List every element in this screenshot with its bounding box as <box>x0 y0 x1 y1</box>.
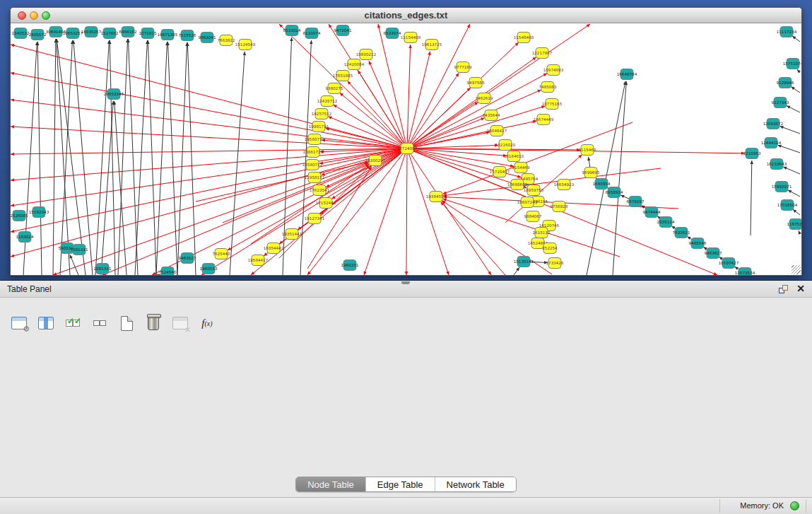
delete-column-icon[interactable] <box>144 314 163 332</box>
network-node[interactable]: 9129946 <box>777 78 794 88</box>
network-node[interactable]: 1167533 <box>787 219 801 230</box>
table-mode-icon[interactable]: ⚙ <box>10 314 28 332</box>
network-node[interactable]: 2081331 <box>94 264 112 274</box>
network-node[interactable]: 18164610 <box>504 151 524 162</box>
network-node[interactable]: 9465546 <box>689 238 707 249</box>
network-node[interactable]: 9474444 <box>643 207 661 218</box>
network-node[interactable]: 29053346 <box>104 89 124 100</box>
network-node[interactable]: 16674449 <box>534 115 554 125</box>
edge-arrowhead-icon <box>11 178 14 181</box>
network-node[interactable]: 1527602 <box>101 28 119 39</box>
network-canvas[interactable]: 1340532240557230691406106532571603525715… <box>11 23 801 275</box>
network-node[interactable]: 18775165 <box>542 99 563 110</box>
network-node[interactable]: 8533024 <box>283 25 301 36</box>
network-node[interactable]: 1640954 <box>593 179 611 189</box>
network-node[interactable]: 19384554 <box>426 192 447 202</box>
network-node[interactable]: 1960331 <box>341 260 359 271</box>
network-node[interactable]: 13216020 <box>495 140 516 151</box>
network-node[interactable]: 9699695 <box>582 168 600 178</box>
float-panel-icon[interactable] <box>779 285 788 293</box>
network-node[interactable]: 11548408 <box>514 33 534 43</box>
network-node[interactable]: 1615132 <box>533 228 551 238</box>
tab-edge-table[interactable]: Edge Table <box>366 477 435 491</box>
table-panel-titlebar[interactable]: Table Panel ✕ <box>0 281 812 298</box>
select-all-icon[interactable] <box>64 314 82 332</box>
network-node[interactable]: 8958924 <box>606 187 623 198</box>
network-node[interactable]: 7462619 <box>476 93 493 104</box>
tab-network-table[interactable]: Network Table <box>435 477 516 491</box>
network-node[interactable]: 6879197 <box>627 197 645 207</box>
network-node[interactable]: 9154469 <box>512 163 530 173</box>
network-node[interactable]: 11958171 <box>305 173 325 183</box>
network-node[interactable]: 12435712 <box>317 96 337 107</box>
network-node[interactable]: 16035257 <box>81 27 102 37</box>
network-node[interactable]: 1960533 <box>200 264 218 274</box>
edge-arrowhead-icon <box>488 271 491 275</box>
network-node[interactable]: 19584417 <box>248 255 269 266</box>
network-node[interactable]: 2405572 <box>29 30 47 40</box>
network-node[interactable]: 19613725 <box>422 40 442 50</box>
network-node[interactable]: 16648784 <box>617 69 637 80</box>
network-node[interactable]: 9863041 <box>199 33 216 43</box>
network-node[interactable]: 17152441 <box>316 198 336 209</box>
show-column-icon[interactable] <box>37 314 55 332</box>
network-node[interactable]: 8133074 <box>303 28 321 39</box>
row-height-icon[interactable] <box>90 314 109 332</box>
network-node[interactable]: 9227343 <box>772 98 789 108</box>
new-column-icon[interactable] <box>117 314 136 332</box>
network-node[interactable]: 9115460 <box>579 145 596 156</box>
network-node[interactable]: 2435644 <box>483 110 500 121</box>
network-node[interactable]: 15751074 <box>783 59 801 69</box>
network-node[interactable]: 11154408 <box>401 33 421 43</box>
network-node[interactable]: 12420084 <box>344 59 365 70</box>
network-node[interactable]: 11117234 <box>777 27 797 37</box>
network-node[interactable]: 16046427 <box>487 126 507 136</box>
network-node[interactable]: 9463627 <box>705 248 722 259</box>
network-node[interactable]: 7081331 <box>71 245 88 255</box>
network-node[interactable]: 12444194 <box>761 138 782 148</box>
panel-divider-grip[interactable] <box>401 281 410 284</box>
network-node[interactable]: 9756928 <box>551 201 568 212</box>
network-node[interactable]: 7625440 <box>213 249 230 259</box>
network-node[interactable]: 17016504 <box>777 200 798 211</box>
network-node[interactable]: 9884067 <box>524 211 542 222</box>
network-node[interactable]: 252254 <box>542 243 558 254</box>
network-node[interactable]: 9463527 <box>179 253 196 264</box>
network-node[interactable]: 7524540 <box>159 267 177 276</box>
function-builder-icon[interactable]: f(x) <box>198 314 216 332</box>
network-node[interactable]: 1733426 <box>546 258 564 269</box>
close-panel-icon[interactable]: ✕ <box>796 283 805 294</box>
network-node[interactable]: 15135141 <box>514 257 534 267</box>
network-node[interactable]: 9777169 <box>454 62 472 73</box>
network-node[interactable]: 16654923 <box>554 180 575 190</box>
network-window-titlebar[interactable]: citations_edges.txt <box>11 8 801 23</box>
network-node[interactable]: 1071915 <box>139 28 157 39</box>
network-node[interactable]: 2526085 <box>11 211 28 221</box>
tab-node-table[interactable]: Node Table <box>296 477 366 491</box>
network-node[interactable]: 7632621 <box>673 228 690 238</box>
node-label: 10107427 <box>719 261 739 265</box>
network-node[interactable]: 1340532 <box>12 28 30 39</box>
network-node[interactable]: 8533074 <box>384 28 401 39</box>
network-node[interactable]: 9472041 <box>334 25 352 36</box>
network-node[interactable]: 1183024 <box>16 232 34 243</box>
network-node[interactable]: 2935114 <box>657 217 675 228</box>
network-node[interactable]: 7663822 <box>218 35 235 46</box>
network-node[interactable]: 14257512 <box>312 109 331 119</box>
network-node[interactable]: 6466162 <box>119 27 137 37</box>
network-node[interactable]: 7485083 <box>539 82 557 93</box>
network-node[interactable]: 7515526 <box>179 30 196 41</box>
network-node[interactable]: 16354441 <box>264 243 284 254</box>
network-node[interactable]: 9497568 <box>467 78 485 88</box>
network-node[interactable]: 12217987 <box>532 48 553 59</box>
network-window[interactable]: citations_edges.txt 13405322405572306914… <box>10 7 802 276</box>
network-node[interactable]: 12093872 <box>763 119 783 129</box>
window-resize-grip[interactable] <box>792 265 801 274</box>
network-node[interactable]: 9380275 <box>326 83 343 94</box>
network-node[interactable]: 15192343 <box>29 207 49 218</box>
network-node[interactable]: 16671385 <box>158 30 178 40</box>
network-node[interactable]: 16210643 <box>767 159 787 170</box>
network-node[interactable]: 15124549 <box>235 40 256 50</box>
network-node[interactable]: 18800212 <box>356 49 376 60</box>
network-node[interactable]: 3215953 <box>743 148 761 159</box>
